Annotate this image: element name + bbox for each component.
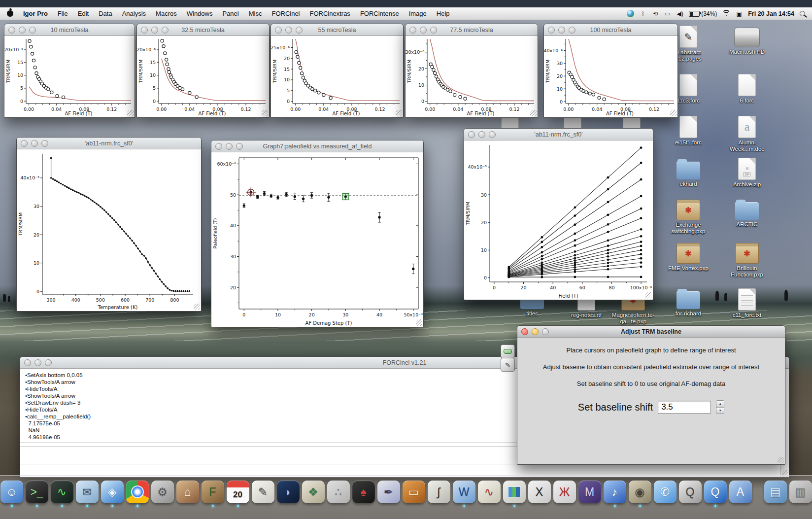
window-10-microtesla[interactable]: 10 microTesla 05101520x10⁻⁶0.000.040.080… bbox=[4, 24, 135, 118]
minimize-button[interactable] bbox=[532, 328, 539, 335]
resize-grip[interactable] bbox=[194, 304, 200, 310]
menu-item-image[interactable]: Image bbox=[404, 7, 432, 20]
desktop-icon-alumni-week-m-doc[interactable]: aAlumni Week...m.doc bbox=[722, 116, 772, 152]
dock-crystalmaker-icon[interactable]: Ж bbox=[553, 481, 576, 503]
bluetooth-icon[interactable]: ᛒ bbox=[640, 10, 646, 17]
resize-grip[interactable] bbox=[645, 292, 652, 299]
dock-activity-monitor-icon[interactable]: ∿ bbox=[51, 481, 73, 503]
dock-numbers-icon[interactable] bbox=[503, 481, 526, 503]
close-button[interactable] bbox=[521, 328, 528, 335]
dock-ical-icon[interactable]: 20 bbox=[227, 481, 249, 503]
menu-clock[interactable]: Fri 20 Jan 14:54 bbox=[748, 10, 794, 17]
titlebar[interactable]: 32.5 microTesla bbox=[137, 24, 269, 36]
titlebar[interactable]: 10 microTesla bbox=[4, 24, 135, 36]
dock-mail-icon[interactable]: ✉ bbox=[76, 481, 99, 503]
dock-ichat-icon[interactable]: ✆ bbox=[654, 481, 677, 503]
traffic-lights[interactable] bbox=[141, 27, 169, 34]
battery-indicator[interactable]: (34%) bbox=[689, 10, 717, 17]
af-demag-chart-77[interactable]: 0102030x10⁻⁶0.000.040.080.12AF Field (T)… bbox=[406, 35, 538, 117]
titlebar[interactable]: 55 microTesla bbox=[271, 24, 403, 36]
menu-item-macros[interactable]: Macros bbox=[151, 7, 182, 20]
titlebar[interactable]: Adjust TRM baseline bbox=[517, 326, 785, 338]
dock-photo-booth-icon[interactable]: ◉ bbox=[629, 481, 651, 503]
menu-item-misc[interactable]: Misc bbox=[244, 7, 267, 20]
desktop-icon-fme-vortex-pxp[interactable]: ✱FME Vortex.pxp bbox=[664, 242, 713, 272]
dock-documents-stack-icon[interactable]: ▤ bbox=[764, 481, 787, 503]
desktop-icon-ekhard[interactable]: ekhard bbox=[664, 159, 713, 187]
window-trm-acquisition[interactable]: 'ab11-nrm.frc_sf0' 010203040x10⁻⁵0204060… bbox=[464, 128, 653, 300]
dock-app-store-icon[interactable]: A bbox=[729, 481, 752, 503]
resize-grip[interactable] bbox=[670, 110, 677, 116]
sync-app-menu-icon[interactable] bbox=[627, 10, 634, 17]
desktop-icon-for-richard[interactable]: for-richard bbox=[664, 288, 713, 317]
window-77-microtesla[interactable]: 77.5 microTesla 0102030x10⁻⁶0.000.040.08… bbox=[405, 24, 538, 118]
dock-finder-icon[interactable]: ☺ bbox=[0, 481, 23, 503]
dock-cards-app-icon[interactable]: ♠ bbox=[352, 481, 375, 503]
menu-item-forcintense[interactable]: FORCintense bbox=[355, 7, 404, 20]
af-demag-chart-55[interactable]: 0510152025x10⁻⁶0.000.040.080.12AF Field … bbox=[271, 35, 403, 117]
zoom-button[interactable] bbox=[542, 328, 549, 335]
dock-quicktime-x-icon[interactable]: Q bbox=[704, 481, 727, 503]
dock-word-icon[interactable]: W bbox=[453, 481, 475, 503]
dock-iphoto-icon[interactable]: ❖ bbox=[302, 481, 325, 503]
menu-item-edit[interactable]: Edit bbox=[73, 7, 94, 20]
baseline-shift-stepper[interactable]: ▲▼ bbox=[716, 400, 724, 414]
traffic-lights[interactable] bbox=[215, 143, 243, 150]
stepper-down-icon[interactable]: ▼ bbox=[716, 408, 724, 414]
titlebar[interactable]: 77.5 microTesla bbox=[406, 24, 538, 36]
trm-acquisition-chart[interactable]: 010203040x10⁻⁵020406080100x10⁻⁶Field (T)… bbox=[464, 140, 653, 300]
dock-dvd-player-icon[interactable]: ◗ bbox=[277, 481, 300, 503]
dock-igor-doc-icon[interactable]: ∿ bbox=[478, 481, 501, 503]
af-demag-chart-10[interactable]: 05101520x10⁻⁶0.000.040.080.12AF Field (T… bbox=[4, 35, 135, 117]
dock-latexit-icon[interactable]: ∫ bbox=[428, 481, 450, 503]
dock-trash-icon[interactable]: ▥ bbox=[789, 481, 812, 503]
time-machine-icon[interactable]: ⟲ bbox=[652, 10, 659, 17]
dock-pages-icon[interactable]: ✒ bbox=[377, 481, 400, 503]
traffic-lights[interactable] bbox=[21, 140, 48, 147]
desktop-icon-arctic[interactable]: ARCTIC bbox=[722, 199, 772, 228]
window-100-microtesla[interactable]: 100 microTesla 010203040x10⁻⁶0.000.040.0… bbox=[543, 24, 678, 118]
dock-paw-app-icon[interactable]: ∴ bbox=[327, 481, 350, 503]
drawing-tools-button[interactable]: ✎ bbox=[501, 358, 515, 372]
desktop-icon-exchange-switching-pxp[interactable]: ✱Exchange switching.pxp bbox=[664, 198, 713, 235]
window-55-microtesla[interactable]: 55 microTesla 0510152025x10⁻⁶0.000.040.0… bbox=[271, 24, 404, 118]
dock-molecule-app-icon[interactable]: M bbox=[578, 481, 601, 503]
titlebar[interactable]: 'ab11-nrm.frc_sf0' bbox=[17, 138, 201, 149]
dock-dashcode-house-icon[interactable]: ⌂ bbox=[176, 481, 199, 503]
wifi-icon[interactable] bbox=[722, 11, 730, 17]
desktop-icon-c11-forc-txt[interactable]: c11_forc.txt bbox=[722, 288, 772, 318]
resize-grip[interactable] bbox=[262, 110, 268, 116]
desktop-icon-archive-zip[interactable]: ≡Archive.zip bbox=[722, 158, 772, 188]
dock-textedit-icon[interactable]: ✎ bbox=[252, 481, 274, 503]
input-source-icon[interactable]: ▣ bbox=[736, 10, 743, 17]
traffic-lights[interactable] bbox=[409, 27, 437, 34]
menu-item-analysis[interactable]: Analysis bbox=[117, 7, 151, 20]
resize-grip[interactable] bbox=[530, 110, 537, 116]
dock-terminal-icon[interactable]: >_ bbox=[26, 481, 48, 503]
af-demag-chart-100[interactable]: 010203040x10⁻⁶0.000.040.080.12AF Field (… bbox=[544, 35, 677, 117]
window-thermal-demag[interactable]: 'ab11-nrm.frc_sf0' 010203040x10⁻⁵3004005… bbox=[16, 137, 202, 311]
af-demag-chart-32[interactable]: 05101520x10⁻⁶0.000.040.080.12AF Field (T… bbox=[137, 35, 269, 117]
paleofield-chart[interactable]: 2030405060x10⁻⁶01020304050x10⁻³AF Demag … bbox=[211, 152, 423, 327]
titlebar[interactable]: Graph7:paleofield vs measured_af_field bbox=[211, 140, 423, 152]
apple-menu-icon[interactable] bbox=[7, 10, 13, 17]
titlebar[interactable]: 100 microTesla bbox=[544, 24, 677, 36]
window-32-microtesla[interactable]: 32.5 microTesla 05101520x10⁻⁶0.000.040.0… bbox=[136, 24, 270, 118]
traffic-lights[interactable] bbox=[8, 27, 36, 34]
dock-system-preferences-icon[interactable]: ⚙ bbox=[151, 481, 174, 503]
resize-grip[interactable] bbox=[416, 319, 422, 326]
desktop-icon-brillouin-function-pxp[interactable]: ✱Brillouin Function.pxp bbox=[722, 242, 772, 278]
traffic-lights[interactable] bbox=[24, 359, 52, 366]
dock-quicktime-7-icon[interactable]: Q bbox=[679, 481, 702, 503]
menu-item-file[interactable]: File bbox=[53, 7, 73, 20]
menu-item-forcinextras[interactable]: FORCinextras bbox=[305, 7, 355, 20]
spotlight-icon[interactable] bbox=[800, 11, 805, 16]
menu-item-panel[interactable]: Panel bbox=[217, 7, 243, 20]
traffic-lights[interactable] bbox=[548, 27, 575, 34]
thermal-demag-chart[interactable]: 010203040x10⁻⁵300400500600700800Temperat… bbox=[17, 149, 201, 311]
baseline-shift-input[interactable] bbox=[658, 401, 711, 414]
menu-item-help[interactable]: Help bbox=[432, 7, 455, 20]
dock-keynote-icon[interactable]: ▭ bbox=[403, 481, 425, 503]
stepper-up-icon[interactable]: ▲ bbox=[716, 401, 724, 408]
traffic-lights[interactable] bbox=[468, 131, 496, 138]
